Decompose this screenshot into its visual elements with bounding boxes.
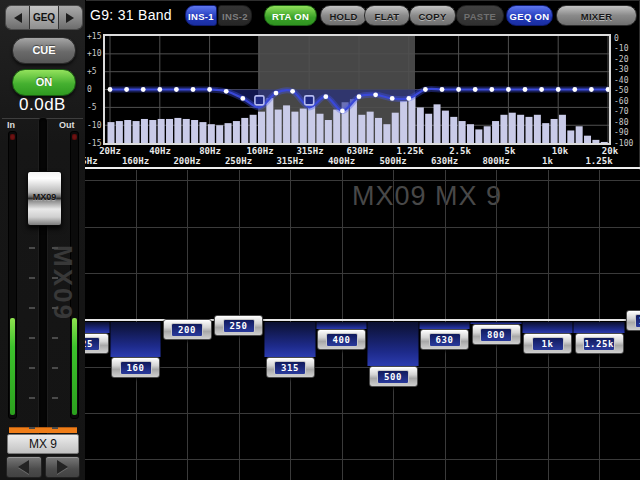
octave-ruler-label: 315Hz — [288, 146, 332, 156]
geq-fader-handle-160[interactable]: 160 — [111, 357, 160, 378]
fader-gain-readout: 0.0dB — [0, 95, 85, 115]
prev-channel-button[interactable] — [6, 456, 42, 478]
geq-nav-prev-button[interactable] — [6, 6, 30, 29]
next-channel-button[interactable] — [45, 456, 81, 478]
toolbar-button-hold[interactable]: HOLD — [320, 5, 367, 26]
geq-fader-handle-800[interactable]: 800 — [472, 324, 521, 345]
db-scale-left-label: +5 — [87, 67, 97, 76]
geq-fader-value: 315 — [274, 361, 306, 375]
input-meter — [8, 131, 17, 419]
rta-bar — [601, 142, 608, 143]
octave-ruler-label: 80Hz — [188, 146, 232, 156]
geq-fader-handle-1k[interactable]: 1k — [523, 333, 572, 354]
geq-fader-handle-125[interactable]: 125 — [85, 333, 109, 354]
right-arrow-icon — [57, 460, 68, 474]
rta-bar — [283, 105, 290, 143]
rta-bar — [191, 120, 198, 143]
rta-bar — [576, 126, 583, 143]
toolbar-button-ins-2[interactable]: INS-2 — [218, 5, 252, 26]
geq-fader-handle-200[interactable]: 200 — [163, 319, 212, 340]
eq-curve-point — [323, 94, 328, 99]
geq-fader-fill-160 — [110, 322, 162, 357]
eq-curve-handle-315[interactable] — [305, 96, 314, 105]
rta-bar — [291, 112, 298, 143]
geq-fader-handle-400[interactable]: 400 — [317, 329, 366, 350]
octave-ruler-label: 10k — [538, 146, 582, 156]
rta-bar — [383, 124, 390, 143]
rta-bar — [258, 112, 265, 143]
toolbar-button-paste[interactable]: PASTE — [456, 5, 504, 26]
octave-ruler-label: 630Hz — [338, 146, 382, 156]
eq-curve-handle-160[interactable] — [255, 96, 264, 105]
toolbar-button-rta-on[interactable]: RTA ON — [264, 5, 317, 26]
rta-bar — [116, 121, 123, 143]
geq-fader-value: 800 — [480, 328, 512, 342]
eq-curve-point — [572, 87, 577, 92]
on-button[interactable]: ON — [12, 69, 76, 96]
fader-section-watermark: MX09 MX 9 — [352, 181, 502, 212]
rta-bar — [417, 107, 424, 143]
rta-scale-right-label: -90 — [614, 128, 628, 137]
toolbar-button-geq-on[interactable]: GEQ ON — [506, 5, 553, 26]
fader-ruler-label: 200Hz — [165, 156, 209, 166]
eq-curve-point — [506, 87, 511, 92]
fader-ruler-label: 1k — [526, 156, 570, 166]
channel-name: MX 9 — [7, 434, 79, 454]
geq-fader-value: 250 — [223, 319, 255, 333]
geq-nav-next-button[interactable] — [59, 6, 82, 29]
geq-fader-fill-500 — [367, 322, 419, 366]
eq-curve-point — [141, 87, 146, 92]
fader-tick — [52, 397, 58, 399]
rta-bar — [517, 115, 524, 143]
rta-scale-right-label: -10 — [614, 44, 628, 53]
eq-curve-point — [390, 96, 395, 101]
rta-bar — [559, 115, 566, 143]
geq-fader-value: 1.25k — [583, 337, 615, 351]
fader-ruler-label: 160Hz — [114, 156, 158, 166]
fader-ruler-label: 125Hz — [85, 156, 106, 166]
toolbar-button-copy[interactable]: COPY — [409, 5, 456, 26]
geq-fader-handle-1-6k[interactable]: 1.6k — [626, 310, 640, 331]
eq-curve-point — [423, 87, 428, 92]
rta-scale-right-label: -60 — [614, 97, 628, 106]
eq-curve-point — [274, 91, 279, 96]
eq-curve-point — [191, 87, 196, 92]
channel-fader-knob[interactable]: MX09 — [27, 171, 62, 226]
rta-bar — [317, 114, 324, 143]
toolbar-button-mixer[interactable]: MIXER — [556, 5, 637, 26]
toolbar-button-flat[interactable]: FLAT — [364, 5, 410, 26]
channel-fader-track[interactable] — [39, 118, 47, 437]
geq-fader-handle-500[interactable]: 500 — [369, 366, 418, 387]
geq-fader-handle-250[interactable]: 250 — [214, 315, 263, 336]
cue-button[interactable]: CUE — [12, 37, 76, 64]
rta-bar — [592, 140, 599, 143]
geq-fader-handle-315[interactable]: 315 — [266, 357, 315, 378]
eq-curve-point — [224, 89, 229, 94]
channel-strip: GEQ CUE ON 0.0dB In Out MX09 MX09 MX 9 — [0, 0, 86, 480]
meter-peak-led — [72, 134, 77, 140]
rta-bar — [358, 115, 365, 143]
fader-tick — [29, 337, 35, 339]
fader-ruler: 125Hz160Hz200Hz250Hz315Hz400Hz500Hz630Hz… — [85, 156, 640, 167]
rta-bar — [375, 118, 382, 143]
geq-fader-handle-630[interactable]: 630 — [420, 329, 469, 350]
toolbar-button-ins-1[interactable]: INS-1 — [185, 5, 217, 26]
fader-ruler-label: 400Hz — [320, 156, 364, 166]
eq-curve-point — [174, 87, 179, 92]
fader-tick — [29, 397, 35, 399]
rta-bar — [392, 113, 399, 143]
geq-fader-value: 200 — [171, 323, 203, 337]
geq-fader-value: 125 — [85, 337, 100, 351]
fader-tick — [52, 277, 58, 279]
fader-tick — [52, 337, 58, 339]
rta-scale-right-label: -30 — [614, 65, 628, 74]
geq-fader-fill-125 — [85, 322, 110, 334]
ruler-divider — [85, 167, 640, 169]
rta-bar — [216, 125, 223, 143]
geq-fader-value: 400 — [326, 333, 358, 347]
fader-grid-line — [85, 180, 640, 181]
geq-fader-handle-1-25k[interactable]: 1.25k — [575, 333, 624, 354]
fader-tick — [29, 427, 35, 429]
rta-bar — [551, 119, 558, 143]
fader-tick — [52, 247, 58, 249]
